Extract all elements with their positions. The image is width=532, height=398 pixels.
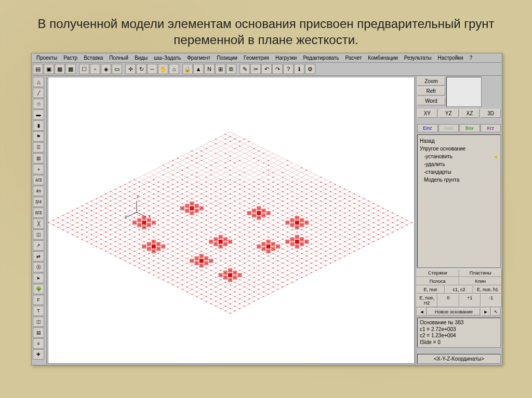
toolbar-N-icon[interactable]: N (204, 64, 215, 74)
param-e-nue-h1[interactable]: E, nue, h1 (473, 285, 502, 294)
param-e-nue[interactable]: E, nue (416, 285, 445, 294)
tree-soilmodel[interactable]: Модель грунта (420, 176, 498, 184)
lefttool-beam-icon[interactable]: ▬ (33, 109, 44, 120)
toolbar-save-icon[interactable]: ▣ (44, 64, 54, 74)
toolbar-grid3-icon[interactable]: ☐ (79, 64, 89, 74)
view-xy-button[interactable]: XY (417, 109, 437, 118)
toolbar-paste-icon[interactable]: ✎ (240, 64, 250, 74)
view-3d-button[interactable]: 3D (481, 109, 501, 118)
mode-box[interactable]: Box (459, 124, 480, 132)
tree-root[interactable]: Упругое основание (420, 146, 466, 152)
nav-prev-button[interactable]: ◄ (417, 308, 427, 316)
lefttool-grp-icon[interactable]: ▥ (33, 153, 44, 163)
lefttool-pair-icon[interactable]: ⇄ (33, 251, 44, 262)
word-button[interactable]: Word (417, 97, 445, 105)
menu-rastr[interactable]: Растр (61, 54, 80, 61)
menu-pozicii[interactable]: Позиции (214, 54, 240, 61)
tab-polosa[interactable]: Полоса (416, 277, 459, 285)
mode-krz[interactable]: Krz (481, 124, 501, 132)
menu-help[interactable]: ? (467, 54, 475, 61)
lefttool-4n-icon[interactable]: 4n (33, 186, 44, 196)
param-plus1[interactable]: +1 (459, 294, 481, 307)
param-c1-c2[interactable]: c1, c2 (445, 285, 473, 294)
lefttool-diag-icon[interactable]: ╳ (33, 218, 44, 229)
lefttool-label-icon[interactable]: Ⓐ (33, 262, 44, 272)
nav-pointer-button[interactable]: ↖ (491, 308, 501, 316)
menu-nagruzki[interactable]: Нагрузки (273, 54, 299, 61)
lefttool-poly-icon[interactable]: ◇ (33, 99, 44, 109)
lefttool-text-icon[interactable]: T (33, 306, 44, 316)
toolbar-?-icon[interactable]: ? (283, 64, 294, 74)
menu-geometriya[interactable]: Геометрия (241, 54, 272, 61)
nav-next-button[interactable]: ► (481, 308, 490, 316)
toolbar-warn-icon[interactable]: ▲ (193, 64, 204, 74)
tree-set[interactable]: -установить (420, 153, 498, 160)
lefttool-ax-icon[interactable]: ✚ (33, 349, 44, 360)
menu-proekty[interactable]: Проекты (34, 54, 60, 61)
lefttool-lt-icon[interactable]: ▤ (33, 327, 44, 338)
menu-zadat[interactable]: шш-Задать (151, 54, 183, 61)
toolbar-grid1-icon[interactable]: ▦ (55, 64, 65, 74)
toolbar-sel-icon[interactable]: ▭ (112, 64, 122, 74)
toolbar-hand-icon[interactable]: ✋ (158, 64, 168, 74)
lefttool-layer-icon[interactable]: ☰ (33, 142, 44, 153)
view-yz-button[interactable]: YZ (438, 109, 459, 118)
lefttool-col-icon[interactable]: ▮ (33, 120, 44, 131)
toolbar-view-icon[interactable]: ◈ (101, 64, 111, 74)
lefttool-vec-icon[interactable]: ↗ (33, 240, 44, 251)
toolbar-mesh-icon[interactable]: ⊞ (215, 64, 225, 74)
nav-label[interactable]: Новое основание (428, 308, 480, 315)
mode-auto[interactable]: Auto (438, 124, 459, 132)
toolbar-file-icon[interactable]: ▤ (33, 64, 43, 74)
tree-standards[interactable]: -стандарты (420, 168, 498, 176)
toolbar-undo-icon[interactable]: ↶ (261, 64, 272, 74)
lefttool-line-icon[interactable]: ╱ (33, 88, 44, 98)
lefttool-tree-icon[interactable]: 🌳 (33, 284, 44, 294)
lefttool-add-icon[interactable]: ＋ (33, 164, 44, 174)
tab-sterzhni[interactable]: Стержни (416, 269, 459, 277)
lefttool-8/3-icon[interactable]: 8/3 (33, 208, 44, 218)
tree-delete[interactable]: -удалить (420, 160, 498, 168)
menu-nastrojki[interactable]: Настройки (435, 54, 466, 61)
lefttool-4/3-icon[interactable]: 4/3 (33, 175, 44, 185)
lefttool-chart-icon[interactable]: ◫ (33, 317, 44, 327)
zoom-button[interactable]: Zoom (417, 77, 445, 86)
toolbar-opts-icon[interactable]: ⚙ (305, 64, 315, 74)
param-zero[interactable]: 0 (437, 294, 459, 307)
lefttool-bars-icon[interactable]: ≡ (33, 338, 44, 349)
lefttool-F-icon[interactable]: F (33, 295, 44, 305)
toolbar-grid2-icon[interactable]: ▩ (65, 64, 76, 74)
lefttool-elem-icon[interactable]: ◫ (33, 229, 44, 240)
toolbar-help-icon[interactable]: ℹ (294, 64, 304, 74)
mode-einz[interactable]: Einz (417, 124, 438, 132)
lefttool-arr-icon[interactable]: ➤ (33, 273, 44, 283)
view-xz-button[interactable]: XZ (460, 109, 480, 118)
toolbar-lock-icon[interactable]: 🔒 (182, 64, 193, 74)
menu-fragment[interactable]: Фрагмент (184, 54, 213, 61)
menu-vidy[interactable]: Виды (132, 54, 150, 61)
menu-raschet[interactable]: Расчет (343, 54, 365, 61)
menu-kombinacii[interactable]: Комбинации (365, 54, 400, 61)
refresh-button[interactable]: Refr (417, 87, 445, 95)
tab-plastiny[interactable]: Пластины (459, 269, 502, 277)
toolbar-rot-icon[interactable]: ↻ (136, 64, 147, 74)
tree-back[interactable]: Назад (420, 138, 435, 144)
viewport-3d[interactable]: xyz (48, 77, 415, 364)
toolbar-redo-icon[interactable]: ↷ (272, 64, 283, 74)
lefttool-flag-icon[interactable]: ⚑ (33, 131, 44, 142)
lefttool-tri-icon[interactable]: △ (33, 77, 44, 87)
param-e-nue-h2[interactable]: E, nue, H2 (416, 294, 437, 307)
tab-klin[interactable]: Клин (459, 277, 502, 285)
toolbar-msr-icon[interactable]: ↔ (147, 64, 157, 74)
menu-rezultaty[interactable]: Результаты (402, 54, 434, 61)
toolbar-home-icon[interactable]: ⌂ (169, 64, 179, 74)
menu-redakt[interactable]: Редактировать (300, 54, 341, 61)
toolbar-cut-icon[interactable]: ✂ (250, 64, 261, 74)
toolbar-axis-icon[interactable]: ✛ (125, 64, 136, 74)
param-minus1[interactable]: -1 (481, 294, 502, 307)
toolbar-copy-icon[interactable]: ⧉ (226, 64, 236, 74)
menu-polnyj[interactable]: Полный (107, 54, 131, 61)
lefttool-3/4-icon[interactable]: 3/4 (33, 197, 44, 207)
toolbar-grid4-icon[interactable]: ▫ (90, 64, 100, 74)
menu-vstavka[interactable]: Вставка (81, 54, 105, 61)
